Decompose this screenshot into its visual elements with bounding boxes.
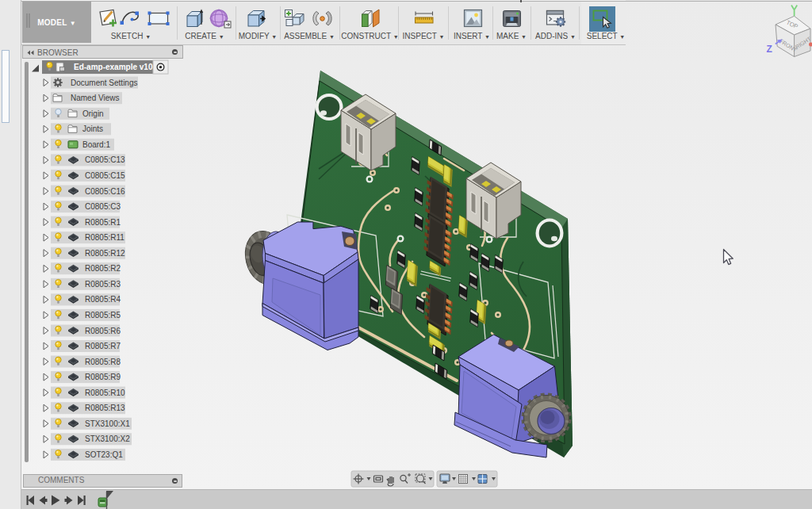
svg-text:Z: Z	[767, 44, 772, 55]
svg-text:R0805:R10: R0805:R10	[85, 388, 125, 397]
svg-text:R0805:R11: R0805:R11	[85, 233, 124, 242]
svg-text:R0805:R5: R0805:R5	[85, 311, 121, 320]
svg-text:R0805:R4: R0805:R4	[85, 295, 121, 304]
svg-text:C0805:C13: C0805:C13	[85, 155, 125, 164]
svg-text:R0805:R13: R0805:R13	[85, 404, 125, 412]
svg-text:R0805:R3: R0805:R3	[85, 280, 121, 289]
svg-text:R0805:R2: R0805:R2	[85, 264, 121, 273]
svg-text:Joints: Joints	[82, 124, 103, 133]
svg-text:R0805:R7: R0805:R7	[85, 342, 121, 350]
svg-text:STX3100:X2: STX3100:X2	[85, 434, 130, 443]
svg-text:C0805:C15: C0805:C15	[85, 171, 125, 180]
svg-text:Origin: Origin	[82, 109, 104, 118]
svg-text:C0805:C16: C0805:C16	[85, 187, 125, 196]
svg-text:STX3100:X1: STX3100:X1	[85, 419, 130, 428]
svg-text:Document Settings: Document Settings	[71, 78, 138, 87]
svg-text:R0805:R12: R0805:R12	[85, 249, 125, 258]
svg-text:R0805:R8: R0805:R8	[85, 358, 121, 366]
svg-text:SOT23:Q1: SOT23:Q1	[85, 450, 123, 459]
svg-text:Board:1: Board:1	[82, 140, 110, 149]
svg-text:Named Views: Named Views	[71, 94, 120, 102]
svg-text:C0805:C3: C0805:C3	[85, 202, 121, 211]
svg-text:Ed-amp-example v10: Ed-amp-example v10	[74, 63, 153, 71]
svg-text:R0805:R9: R0805:R9	[85, 373, 121, 381]
svg-text:R0805:R1: R0805:R1	[85, 218, 121, 227]
svg-text:R0805:R6: R0805:R6	[85, 327, 121, 335]
